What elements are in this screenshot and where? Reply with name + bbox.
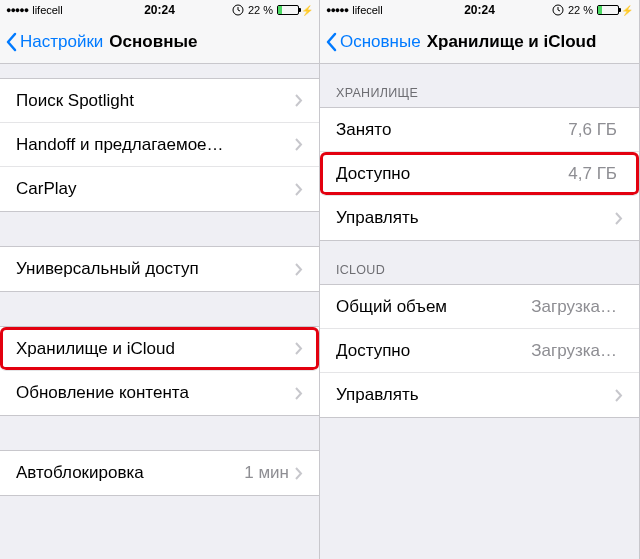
section-header-storage: ХРАНИЛИЩЕ xyxy=(320,64,639,107)
battery-percent: 22 % xyxy=(248,4,273,16)
row-background-refresh[interactable]: Обновление контента xyxy=(0,371,319,415)
row-label: Доступно xyxy=(336,341,531,361)
storage-list[interactable]: ХРАНИЛИЩЕ Занято 7,6 ГБ Доступно 4,7 ГБ … xyxy=(320,64,639,559)
chevron-right-icon xyxy=(295,183,303,196)
row-handoff[interactable]: Handoff и предлагаемое… xyxy=(0,123,319,167)
row-autolock[interactable]: Автоблокировка 1 мин xyxy=(0,451,319,495)
navbar: Основные Хранилище и iCloud xyxy=(320,20,639,64)
signal-dots-icon: ●●●●● xyxy=(6,5,28,15)
row-carplay[interactable]: CarPlay xyxy=(0,167,319,211)
row-label: Доступно xyxy=(336,164,568,184)
screen-general: ●●●●● lifecell 20:24 22 % ⚡ Настройки Ос… xyxy=(0,0,320,559)
chevron-left-icon xyxy=(6,32,18,52)
battery-percent: 22 % xyxy=(568,4,593,16)
row-accessibility[interactable]: Универсальный доступ xyxy=(0,247,319,291)
clock: 20:24 xyxy=(144,3,175,17)
settings-list[interactable]: Поиск Spotlight Handoff и предлагаемое… … xyxy=(0,64,319,559)
screen-storage: ●●●●● lifecell 20:24 22 % ⚡ Основные Хра… xyxy=(320,0,640,559)
row-icloud-available: Доступно Загрузка… xyxy=(320,329,639,373)
row-manage-icloud[interactable]: Управлять xyxy=(320,373,639,417)
page-title: Основные xyxy=(109,32,197,52)
row-label: Автоблокировка xyxy=(16,463,244,483)
status-bar: ●●●●● lifecell 20:24 22 % ⚡ xyxy=(0,0,319,20)
row-value: Загрузка… xyxy=(531,341,617,361)
chevron-right-icon xyxy=(295,342,303,355)
chevron-right-icon xyxy=(615,389,623,402)
rotation-lock-icon xyxy=(232,4,244,16)
row-manage-storage[interactable]: Управлять xyxy=(320,196,639,240)
back-label: Основные xyxy=(340,32,421,52)
row-value: 4,7 ГБ xyxy=(568,164,617,184)
chevron-right-icon xyxy=(295,467,303,480)
chevron-right-icon xyxy=(615,212,623,225)
row-label: Общий объем xyxy=(336,297,531,317)
row-label: Управлять xyxy=(336,208,615,228)
chevron-right-icon xyxy=(295,94,303,107)
chevron-right-icon xyxy=(295,263,303,276)
row-label: CarPlay xyxy=(16,179,295,199)
row-value: Загрузка… xyxy=(531,297,617,317)
back-button[interactable]: Настройки xyxy=(6,32,103,52)
chevron-right-icon xyxy=(295,387,303,400)
row-label: Поиск Spotlight xyxy=(16,91,295,111)
row-label: Управлять xyxy=(336,385,615,405)
clock: 20:24 xyxy=(464,3,495,17)
section-header-icloud: ICLOUD xyxy=(320,241,639,284)
page-title: Хранилище и iCloud xyxy=(427,32,597,52)
signal-dots-icon: ●●●●● xyxy=(326,5,348,15)
back-button[interactable]: Основные xyxy=(326,32,421,52)
charging-icon: ⚡ xyxy=(301,5,313,16)
row-spotlight[interactable]: Поиск Spotlight xyxy=(0,79,319,123)
navbar: Настройки Основные xyxy=(0,20,319,64)
row-value: 7,6 ГБ xyxy=(568,120,617,140)
row-icloud-total: Общий объем Загрузка… xyxy=(320,285,639,329)
row-label: Универсальный доступ xyxy=(16,259,295,279)
chevron-left-icon xyxy=(326,32,338,52)
back-label: Настройки xyxy=(20,32,103,52)
row-storage-icloud[interactable]: Хранилище и iCloud xyxy=(0,327,319,371)
status-bar: ●●●●● lifecell 20:24 22 % ⚡ xyxy=(320,0,639,20)
row-label: Занято xyxy=(336,120,568,140)
row-label: Handoff и предлагаемое… xyxy=(16,135,295,155)
row-available: Доступно 4,7 ГБ xyxy=(320,152,639,196)
battery-icon xyxy=(277,5,299,15)
carrier-label: lifecell xyxy=(352,4,383,16)
battery-icon xyxy=(597,5,619,15)
rotation-lock-icon xyxy=(552,4,564,16)
row-used: Занято 7,6 ГБ xyxy=(320,108,639,152)
charging-icon: ⚡ xyxy=(621,5,633,16)
chevron-right-icon xyxy=(295,138,303,151)
carrier-label: lifecell xyxy=(32,4,63,16)
row-label: Обновление контента xyxy=(16,383,295,403)
row-value: 1 мин xyxy=(244,463,289,483)
row-label: Хранилище и iCloud xyxy=(16,339,295,359)
